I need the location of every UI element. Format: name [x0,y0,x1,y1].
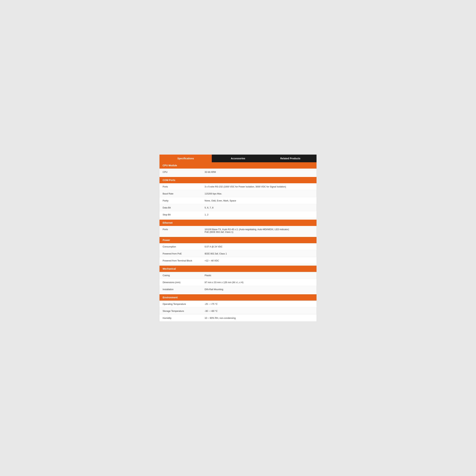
table-row: CasingPlastic [159,272,317,279]
spec-label: CPU [159,169,202,175]
table-row: Powered from PoEIEEE 802.3af, Class 1 [159,250,317,257]
spec-label: Ports [159,183,202,190]
spec-value: 32-bit ARM [202,169,317,175]
table-row: Powered from Terminal Block+12 ~ 48 VDC [159,257,317,264]
section-spacer [159,264,317,266]
spec-label: Stop Bit [159,211,202,218]
spec-value: +12 ~ 48 VDC [202,257,317,264]
section-header-power: Power [159,237,317,243]
spec-label: Dimensions (mm) [159,279,202,286]
table-row: Storage Temperature-30 ~ +80 °C [159,307,317,315]
table-row: Data Bit5, 6, 7, 8 [159,204,317,211]
section-spacer [159,218,317,220]
table-row: Stop Bit1, 2 [159,211,317,218]
spec-label: Data Bit [159,204,202,211]
section-header-environment: Environment [159,294,317,301]
spec-label: Consumption [159,243,202,250]
spec-label: Powered from Terminal Block [159,257,202,264]
spec-value: -25 ~ +75 °C [202,301,317,307]
spec-label: Operating Temperature [159,301,202,307]
spec-value: 10 ~ 90% RH, non-condensing [202,315,317,322]
spec-label: Casing [159,272,202,279]
spec-value: 97 mm x 33 mm x 126 mm (W x L x H) [202,279,317,286]
spec-label: Storage Temperature [159,307,202,314]
section-spacer [159,236,317,237]
table-row: Ports3 x 5-wire RS-232 (1000 VDC for Pow… [159,183,317,190]
spec-value: IEEE 802.3af, Class 1 [202,250,317,257]
main-container: Specifications Accessories Related Produ… [159,154,317,322]
tab-specifications[interactable]: Specifications [159,154,212,162]
table-row: InstallationDIN-Rail Mounting [159,286,317,293]
section-header-cpu-module: CPU Module [159,162,317,169]
spec-value: 5, 6, 7, 8 [202,204,317,211]
section-header-mechanical: Mechanical [159,266,317,272]
spec-label: Humidity [159,315,202,322]
spec-label: Parity [159,197,202,204]
section-spacer [159,293,317,294]
spec-value: 10/100 Base-TX, 8-pin RJ-45 x 2, (Auto-n… [202,226,317,235]
table-row: CPU32-bit ARM [159,169,317,176]
tab-related-products[interactable]: Related Products [264,154,317,162]
spec-value: 3 x 5-wire RS-232 (1000 VDC for Power Is… [202,183,317,190]
spec-value: 115200 bps Max. [202,190,317,197]
tab-accessories[interactable]: Accessories [212,154,264,162]
table-row: Ports10/100 Base-TX, 8-pin RJ-45 x 2, (A… [159,226,317,236]
spec-value: 1, 2 [202,211,317,218]
table-row: ParityNone, Odd, Even, Mark, Space [159,197,317,204]
section-header-ethernet: Ethernet [159,220,317,226]
table-row: Consumption0.07 A @ 24 VDC [159,243,317,250]
spec-label: Powered from PoE [159,250,202,257]
spec-label: Baud Rate [159,190,202,197]
tab-bar: Specifications Accessories Related Produ… [159,154,317,162]
section-header-com-ports: COM Ports [159,177,317,183]
spec-content: CPU ModuleCPU32-bit ARMCOM PortsPorts3 x… [159,162,317,322]
table-row: Humidity10 ~ 90% RH, non-condensing [159,315,317,322]
table-row: Dimensions (mm)97 mm x 33 mm x 126 mm (W… [159,279,317,286]
spec-value: Plastic [202,272,317,279]
table-row: Baud Rate115200 bps Max. [159,190,317,197]
section-spacer [159,176,317,177]
spec-value: DIN-Rail Mounting [202,286,317,293]
spec-value: -30 ~ +80 °C [202,307,317,314]
spec-label: Installation [159,286,202,293]
spec-value: 0.07 A @ 24 VDC [202,243,317,250]
spec-value: None, Odd, Even, Mark, Space [202,197,317,204]
spec-label: Ports [159,226,202,235]
table-row: Operating Temperature-25 ~ +75 °C [159,301,317,307]
